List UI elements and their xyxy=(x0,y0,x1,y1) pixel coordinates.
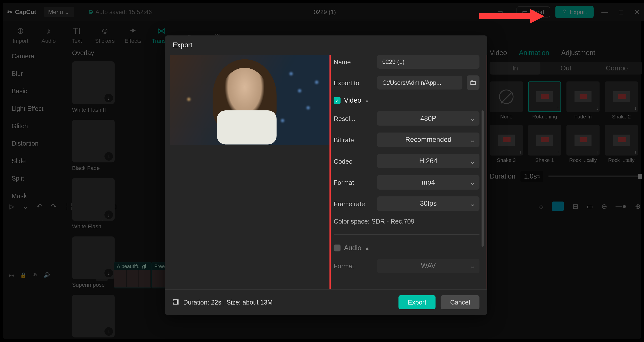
name-label: Name xyxy=(334,58,373,65)
audio-section-header[interactable]: Audio ▲ xyxy=(334,244,479,252)
resolution-select[interactable]: 480P xyxy=(377,111,479,126)
video-section-label: Video xyxy=(344,97,361,104)
audio-format-label: Format xyxy=(334,262,373,270)
colorspace-text: Color space: SDR - Rec.709 xyxy=(334,218,479,225)
video-section-header[interactable]: ✓ Video ▲ xyxy=(334,97,479,104)
resolution-value: 480P xyxy=(420,115,436,122)
scrollbar[interactable] xyxy=(481,110,484,247)
bitrate-value: Recommended xyxy=(405,136,452,144)
browse-folder-button[interactable]: 🗀 xyxy=(467,75,479,90)
exportto-label: Export to xyxy=(334,79,373,86)
resolution-label: Resol... xyxy=(334,115,373,122)
audio-format-select[interactable]: WAV xyxy=(377,259,479,273)
collapse-icon[interactable]: ▲ xyxy=(365,98,369,103)
cancel-button[interactable]: Cancel xyxy=(441,295,479,309)
video-checkbox[interactable]: ✓ xyxy=(334,97,341,104)
audio-format-value: WAV xyxy=(421,262,436,270)
film-icon: 🎞 xyxy=(173,299,179,306)
name-input[interactable] xyxy=(377,55,479,69)
bitrate-select[interactable]: Recommended xyxy=(377,133,479,147)
export-confirm-button[interactable]: Export xyxy=(398,295,436,309)
codec-select[interactable]: H.264 xyxy=(377,154,479,168)
framerate-select[interactable]: 30fps xyxy=(377,196,479,211)
bitrate-label: Bit rate xyxy=(334,136,373,143)
divider xyxy=(334,234,479,235)
exportto-input[interactable] xyxy=(377,76,462,90)
modal-title: Export xyxy=(165,35,487,55)
framerate-label: Frame rate xyxy=(334,200,373,207)
folder-icon: 🗀 xyxy=(470,79,476,87)
format-select[interactable]: mp4 xyxy=(377,175,479,190)
codec-label: Codec xyxy=(334,157,373,165)
codec-value: H.264 xyxy=(419,157,437,165)
collapse-icon[interactable]: ▲ xyxy=(365,245,369,250)
format-label: Format xyxy=(334,179,373,186)
modal-footer: 🎞Duration: 22s | Size: about 13M Export … xyxy=(165,289,487,315)
export-modal: Export Name Export to 🗀 ✓ Video xyxy=(165,35,487,315)
duration-info: Duration: 22s | Size: about 13M xyxy=(183,299,273,306)
export-form: Name Export to 🗀 ✓ Video ▲ Resol...480P … xyxy=(334,55,482,289)
audio-checkbox[interactable] xyxy=(334,244,341,251)
export-preview xyxy=(170,55,330,289)
framerate-value: 30fps xyxy=(420,200,436,207)
format-value: mp4 xyxy=(422,179,435,186)
highlight-annotation xyxy=(330,55,487,289)
audio-section-label: Audio xyxy=(344,244,361,252)
